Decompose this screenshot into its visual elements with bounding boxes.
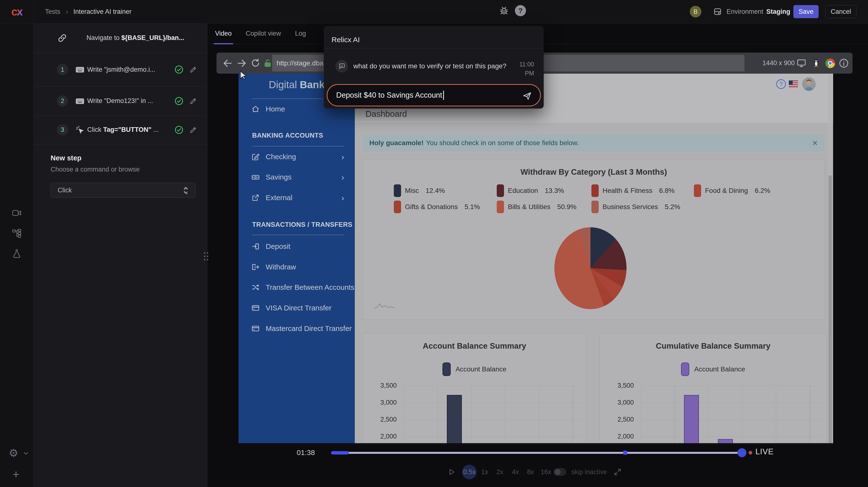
link-icon <box>57 33 68 43</box>
playhead[interactable] <box>738 448 746 457</box>
logo-letter-c: c <box>11 5 17 18</box>
seek-bar-marker[interactable] <box>623 451 627 455</box>
user-avatar[interactable]: B <box>690 6 702 18</box>
send-icon[interactable] <box>522 91 532 101</box>
speed-4x[interactable]: 4x <box>512 465 519 479</box>
bank-nav-external[interactable]: External› <box>239 190 355 206</box>
legend-item: Education13.3% <box>497 184 564 197</box>
speed-8x[interactable]: 8x <box>527 465 534 479</box>
pie-chart <box>554 227 626 309</box>
step-label: Write "Demo123!" in ... <box>87 97 153 105</box>
step-number: 2 <box>57 95 68 106</box>
app-logo[interactable]: cx <box>0 0 34 23</box>
play-icon[interactable] <box>447 468 456 476</box>
help-icon[interactable]: ? <box>515 5 526 16</box>
legend-swatch <box>497 184 504 197</box>
bank-nav-label: Transfer Between Accounts <box>266 283 354 292</box>
legend-label: Account Balance <box>456 365 506 373</box>
step-success-icon[interactable] <box>174 96 184 106</box>
legend-swatch <box>591 201 599 213</box>
video-player-bar: 01:38 LIVE 0.5x1x2x4x8x16x skip inactive <box>216 443 852 481</box>
sign-in-icon <box>250 242 261 250</box>
cancel-button[interactable]: Cancel <box>826 5 857 18</box>
speed-1x[interactable]: 1x <box>481 465 488 479</box>
legend-item: Food & Dining6.2% <box>694 184 770 197</box>
environment-value[interactable]: Staging <box>766 0 790 23</box>
legend-item: Bills & Utilities50.9% <box>497 201 577 213</box>
message-timestamp: 11:00PM <box>519 60 534 78</box>
divider <box>324 48 544 49</box>
bank-help-icon[interactable]: ? <box>776 79 786 89</box>
tab-copilot-view[interactable]: Copilot view <box>246 23 281 44</box>
top-header: cx Tests › Interactive AI trainer ? B En… <box>0 0 868 24</box>
account-balance-chart: Account Balance SummaryAccount Balance3,… <box>363 333 586 445</box>
bank-nav-label: VISA Direct Transfer <box>266 304 332 312</box>
step-success-icon[interactable] <box>174 125 184 135</box>
bank-nav-deposit[interactable]: Deposit <box>239 239 355 254</box>
step-row-2[interactable]: 2Write "Demo123!" in ... <box>34 87 207 116</box>
select-stepper-icon <box>181 186 190 195</box>
step-row-3[interactable]: 3Click Tag="BUTTON" ... <box>34 115 207 144</box>
tab-log[interactable]: Log <box>295 23 306 44</box>
bank-nav-transfer-between-accounts[interactable]: Transfer Between Accounts <box>239 280 355 295</box>
edit-step-icon[interactable] <box>189 97 197 105</box>
plus-icon[interactable]: + <box>12 467 20 481</box>
monitor-icon[interactable] <box>796 58 806 68</box>
chart-plot-area <box>641 386 822 445</box>
bank-nav-visa-direct-transfer[interactable]: VISA Direct Transfer <box>239 300 355 316</box>
breadcrumb-tests[interactable]: Tests <box>45 8 60 16</box>
step-number: 3 <box>57 124 68 135</box>
breadcrumb-separator: › <box>66 7 68 16</box>
forward-icon[interactable] <box>237 58 247 68</box>
page-scrollbar[interactable] <box>829 74 832 445</box>
step-success-icon[interactable] <box>174 65 184 74</box>
reload-icon[interactable] <box>250 58 260 68</box>
bank-nav-withdraw[interactable]: Withdraw <box>239 259 355 275</box>
y-axis-tick: 3,500 <box>363 382 397 389</box>
back-icon[interactable] <box>222 58 233 68</box>
bank-nav-savings[interactable]: Savings› <box>239 170 355 185</box>
bank-nav-label: Checking <box>266 153 296 161</box>
fullscreen-icon[interactable] <box>614 468 622 476</box>
breadcrumb: Tests › Interactive AI trainer <box>45 0 131 23</box>
speed-16x[interactable]: 16x <box>540 465 551 479</box>
bug-icon[interactable] <box>498 5 509 16</box>
step-navigate[interactable]: Navigate to ${BASE_URL}/ban... <box>34 23 207 53</box>
skip-inactive-toggle[interactable] <box>554 468 566 476</box>
seek-bar[interactable] <box>331 452 742 454</box>
keyboard-icon <box>75 96 85 105</box>
step-label: Write "jsmith@demo.i... <box>87 66 155 73</box>
sidebar-resize-handle[interactable] <box>204 251 209 263</box>
pencil-square-icon <box>250 153 261 161</box>
bank-user-avatar[interactable] <box>802 77 816 91</box>
bank-nav-checking[interactable]: Checking› <box>239 149 355 164</box>
chevron-right-icon: › <box>341 149 344 164</box>
tab-video[interactable]: Video <box>215 23 232 44</box>
save-button[interactable]: Save <box>794 5 818 18</box>
close-icon[interactable]: ✕ <box>812 139 818 147</box>
edit-step-icon[interactable] <box>189 65 197 74</box>
us-flag-icon[interactable] <box>789 81 798 87</box>
chevron-down-icon[interactable] <box>22 450 30 457</box>
speed-0.5x[interactable]: 0.5x <box>462 465 476 479</box>
lock-icon <box>263 58 273 68</box>
assistant-input[interactable]: Deposit $40 to Savings Account <box>327 84 541 106</box>
edit-step-icon[interactable] <box>189 126 197 134</box>
flow-icon[interactable] <box>11 228 22 238</box>
bank-nav-mastercard-direct-transfer[interactable]: Mastercard Direct Transfer <box>239 321 355 336</box>
bank-nav-label: Withdraw <box>266 263 296 271</box>
info-icon[interactable] <box>838 58 849 68</box>
navigate-step-label: Navigate to ${BASE_URL}/ban... <box>87 34 184 42</box>
video-camera-icon[interactable] <box>11 208 22 218</box>
command-select[interactable]: Click <box>51 183 196 198</box>
new-step-title: New step <box>51 154 82 162</box>
bank-nav-label: External <box>266 193 292 202</box>
flask-icon[interactable] <box>11 249 22 259</box>
speed-2x[interactable]: 2x <box>496 465 503 479</box>
chevron-right-icon: › <box>341 170 344 185</box>
assistant-message: what do you want me to verify or test on… <box>353 62 506 70</box>
command-select-value: Click <box>58 187 72 194</box>
gear-icon[interactable]: ⚙ <box>9 447 18 459</box>
step-row-1[interactable]: 1Write "jsmith@demo.i... <box>34 53 207 87</box>
legend-value: 5.1% <box>465 203 480 211</box>
